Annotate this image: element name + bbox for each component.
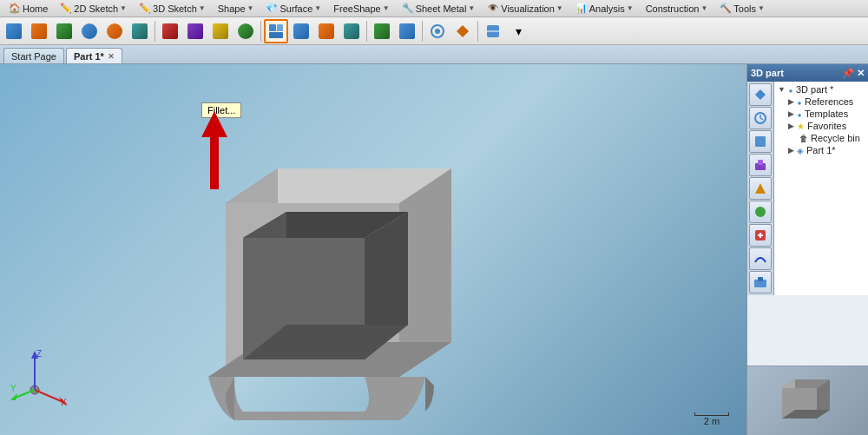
toolbar-sep-1 bbox=[155, 21, 155, 42]
tree-expand-favorites[interactable]: ▶ bbox=[788, 122, 794, 130]
tree-expand-part1[interactable]: ▶ bbox=[788, 146, 794, 155]
red-arrow-indicator bbox=[193, 111, 236, 191]
tree-item-3dpart[interactable]: ▼ ⬥ 3D part * bbox=[776, 83, 866, 96]
tree-item-references[interactable]: ▶ ⬥ References bbox=[776, 96, 866, 108]
menu-home[interactable]: 🏠 Home bbox=[3, 2, 53, 15]
menu-visualization[interactable]: 👁️ Visualization ▼ bbox=[482, 2, 568, 15]
toolbar-btn-8[interactable] bbox=[183, 19, 207, 43]
tab-part1[interactable]: Part 1* ✕ bbox=[66, 48, 122, 63]
toolbar-btn-18[interactable] bbox=[481, 19, 505, 43]
tab-start-page-label: Start Page bbox=[11, 51, 56, 62]
viewport[interactable]: Fillet... bbox=[0, 64, 746, 435]
tree-item-templates[interactable]: ▶ ⬥ Templates bbox=[776, 108, 866, 120]
panel-icon-3[interactable] bbox=[749, 130, 772, 153]
toolbar-btn-9[interactable] bbox=[208, 19, 233, 43]
tree-icon-part1: ◈ bbox=[797, 146, 804, 155]
toolbar-btn-10[interactable] bbox=[233, 19, 258, 43]
menu-2dsketch[interactable]: ✏️ 2D Sketch ▼ bbox=[55, 2, 132, 15]
menu-3dsketch[interactable]: ✏️ 3D Sketch ▼ bbox=[134, 2, 211, 15]
menu-3dsketch-label: 3D Sketch bbox=[153, 3, 197, 14]
panel-pin-btn[interactable]: 📌 bbox=[842, 68, 854, 79]
menu-freeshape-arrow: ▼ bbox=[383, 4, 390, 12]
tree-item-favorites[interactable]: ▶ ★ Favorites bbox=[776, 120, 866, 132]
toolbar-btn-17[interactable] bbox=[450, 19, 475, 43]
svg-marker-14 bbox=[10, 393, 17, 400]
toolbar-btn-19[interactable]: ▾ bbox=[506, 19, 530, 43]
menu-tools[interactable]: 🔨 Tools ▼ bbox=[714, 2, 770, 15]
x-axis-label: X bbox=[61, 398, 67, 407]
panel-close-btn[interactable]: ✕ bbox=[857, 68, 865, 79]
tree-item-part1[interactable]: ▶ ◈ Part 1* bbox=[776, 144, 866, 156]
tree-expand-references[interactable]: ▶ bbox=[788, 97, 794, 106]
menu-2dsketch-label: 2D Sketch bbox=[74, 3, 118, 14]
panel-icon-6[interactable] bbox=[749, 201, 772, 223]
svg-point-4 bbox=[435, 29, 440, 34]
z-axis-label: Z bbox=[36, 349, 42, 359]
tree-expand-3dpart[interactable]: ▼ bbox=[778, 85, 786, 94]
y-axis-label: Y bbox=[10, 384, 16, 393]
toolbar-sep-4 bbox=[422, 21, 423, 42]
panel-icon-2[interactable] bbox=[749, 107, 772, 129]
panel-icon-7[interactable] bbox=[749, 224, 772, 247]
menu-analysis-arrow: ▼ bbox=[627, 4, 634, 12]
svg-marker-7 bbox=[201, 111, 227, 189]
tree-icon-references: ⬥ bbox=[797, 97, 802, 107]
menu-visualization-arrow: ▼ bbox=[556, 4, 563, 12]
tree-label-part1: Part 1* bbox=[806, 145, 836, 155]
svg-marker-21 bbox=[755, 183, 766, 194]
tab-start-page[interactable]: Start Page bbox=[3, 48, 64, 63]
3d-model bbox=[156, 151, 573, 435]
coordinate-axes: Z X Y bbox=[9, 346, 69, 409]
svg-point-22 bbox=[755, 207, 766, 217]
menu-tools-label: Tools bbox=[733, 3, 756, 14]
panel-icon-4[interactable] bbox=[749, 154, 772, 176]
scale-value: 2 m bbox=[704, 416, 720, 426]
toolbar-btn-1[interactable] bbox=[2, 19, 26, 43]
menu-surface[interactable]: 💎 Surface ▼ bbox=[260, 2, 326, 15]
main-content: Fillet... bbox=[0, 64, 868, 435]
tree-item-recyclebin[interactable]: 🗑 Recycle bin bbox=[776, 132, 866, 144]
svg-rect-2 bbox=[269, 32, 283, 38]
toolbar-btn-2[interactable] bbox=[27, 19, 51, 43]
toolbar-btn-14[interactable] bbox=[370, 19, 394, 43]
tree-icon-favorites: ★ bbox=[797, 122, 805, 131]
svg-line-17 bbox=[760, 118, 763, 120]
menu-surface-arrow: ▼ bbox=[314, 4, 321, 12]
toolbar-btn-16[interactable] bbox=[425, 19, 450, 43]
panel-icon-5[interactable] bbox=[749, 177, 772, 200]
toolbar-btn-11[interactable] bbox=[289, 19, 313, 43]
toolbar-sep-3 bbox=[366, 21, 367, 42]
menu-freeshape-label: FreeShape bbox=[333, 3, 380, 14]
svg-rect-18 bbox=[755, 136, 766, 147]
toolbar-btn-12[interactable] bbox=[314, 19, 339, 43]
tree-label-3dpart: 3D part * bbox=[796, 84, 833, 95]
panel-icon-8[interactable] bbox=[749, 247, 772, 270]
toolbar-btn-3[interactable] bbox=[52, 19, 76, 43]
toolbar-btn-6[interactable] bbox=[128, 19, 152, 43]
menu-visualization-label: Visualization bbox=[501, 3, 555, 14]
tree-icon-3dpart: ⬥ bbox=[788, 85, 793, 95]
menu-shape[interactable]: Shape ▼ bbox=[213, 3, 260, 15]
menu-freeshape[interactable]: FreeShape ▼ bbox=[328, 3, 394, 15]
toolbar-btn-4[interactable] bbox=[77, 19, 102, 43]
menu-analysis[interactable]: 📊 Analysis ▼ bbox=[570, 2, 639, 15]
menu-sheetmetal-arrow: ▼ bbox=[468, 4, 475, 12]
toolbar-btn-13[interactable] bbox=[339, 19, 364, 43]
menu-3dsketch-arrow: ▼ bbox=[199, 4, 206, 12]
tree-expand-templates[interactable]: ▶ bbox=[788, 109, 794, 118]
toolbar-btn-15[interactable] bbox=[395, 19, 419, 43]
toolbar-sep-2 bbox=[260, 21, 261, 42]
panel-icon-col bbox=[747, 82, 774, 295]
menu-2dsketch-arrow: ▼ bbox=[120, 4, 127, 12]
toolbar: ▾ bbox=[0, 17, 868, 45]
menu-construction[interactable]: Construction ▼ bbox=[641, 3, 713, 15]
tab-part1-close[interactable]: ✕ bbox=[108, 52, 115, 61]
panel-icon-1[interactable] bbox=[749, 83, 772, 106]
tree-label-templates: Templates bbox=[805, 109, 848, 119]
toolbar-btn-7[interactable] bbox=[158, 19, 182, 43]
menu-sheetmetal[interactable]: 🔧 Sheet Metal ▼ bbox=[397, 2, 481, 15]
panel-icon-9[interactable] bbox=[749, 271, 772, 293]
menu-analysis-label: Analysis bbox=[589, 3, 625, 14]
toolbar-fillet-btn[interactable] bbox=[264, 19, 288, 43]
toolbar-btn-5[interactable] bbox=[102, 19, 127, 43]
